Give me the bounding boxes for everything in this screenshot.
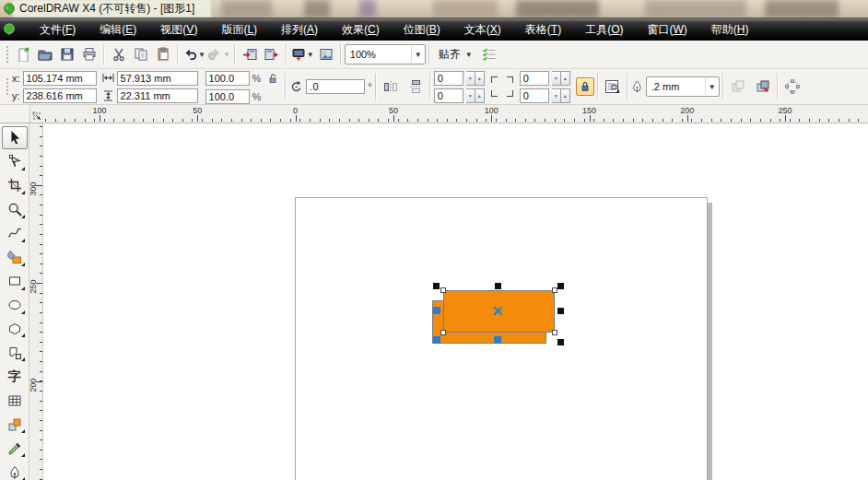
menu-item-layout[interactable]: 版面(L): [209, 18, 269, 41]
paste-button[interactable]: [152, 42, 174, 66]
ruler-origin-icon[interactable]: [30, 105, 43, 123]
basic-shapes-tool[interactable]: [2, 341, 28, 364]
menu-item-arrange[interactable]: 排列(A): [269, 18, 330, 41]
scale-v-input[interactable]: 100.0: [205, 89, 250, 104]
rectangle-tool[interactable]: [2, 270, 28, 293]
title-bar[interactable]: CorelDRAW X4 (不可转售) - [图形1]: [0, 0, 868, 18]
corner-radius-bottom-left-input[interactable]: 0: [434, 88, 463, 103]
horizontal-ruler[interactable]: 10050050100150200250: [43, 105, 868, 123]
text-wrap-button[interactable]: [602, 76, 624, 98]
mirror-horizontal-button[interactable]: [380, 76, 402, 98]
eyedropper-tool[interactable]: [2, 437, 28, 460]
new-document-button[interactable]: [12, 42, 34, 66]
hruler-label: 100: [92, 106, 106, 115]
hruler-label: 50: [193, 106, 202, 115]
scale-lock-button[interactable]: [264, 70, 282, 87]
bring-to-front-button[interactable]: [727, 76, 749, 98]
round-corners-together-lock-button[interactable]: [576, 77, 594, 96]
menu-item-bitmaps[interactable]: 位图(B): [392, 18, 452, 41]
percent-label: %: [252, 73, 262, 84]
separator: [103, 44, 105, 64]
toolbar-grip[interactable]: [5, 76, 9, 97]
menu-item-tools[interactable]: 工具(O): [573, 18, 635, 41]
corner-spinner[interactable]: ▼▲: [552, 71, 570, 86]
chevron-down-icon[interactable]: ▼: [198, 51, 205, 59]
menu-item-text[interactable]: 文本(X): [452, 18, 513, 41]
selection-handle-blue[interactable]: [494, 336, 501, 344]
selection-center-mark[interactable]: [493, 306, 503, 316]
chevron-down-icon[interactable]: ▼: [307, 51, 314, 59]
mirror-vertical-button[interactable]: [405, 76, 427, 98]
blend-tool-icon: [7, 417, 22, 432]
vertical-ruler[interactable]: 300250200: [29, 123, 43, 480]
menu-item-help[interactable]: 帮助(H): [699, 18, 761, 41]
print-button[interactable]: [78, 42, 100, 66]
selection-handle-blue[interactable]: [433, 336, 440, 344]
menu-item-effects[interactable]: 效果(C): [330, 18, 392, 41]
cut-button[interactable]: [108, 42, 130, 66]
corner-radius-bottom-right-input[interactable]: 0: [520, 88, 549, 103]
corner-spinner[interactable]: ▼▲: [466, 88, 485, 103]
corner-radius-top-left-input[interactable]: 0: [434, 71, 463, 86]
toolbar-grip[interactable]: [5, 44, 9, 64]
corner-spinner[interactable]: ▼▲: [466, 71, 485, 86]
object-height-input[interactable]: 22.311 mm: [117, 88, 198, 103]
redo-button[interactable]: ▼: [206, 42, 231, 66]
selection-handle-black[interactable]: [495, 283, 501, 289]
open-button[interactable]: [34, 42, 56, 66]
selection-handle-black[interactable]: [433, 283, 440, 289]
snap-to-button[interactable]: 贴齐▼: [433, 44, 478, 65]
corner-spinner[interactable]: ▼▲: [552, 88, 570, 103]
export-button[interactable]: [261, 42, 283, 66]
chevron-down-icon[interactable]: ▼: [705, 78, 719, 95]
outline-pen-tool[interactable]: [2, 461, 28, 480]
convert-to-curves-button[interactable]: [781, 76, 803, 98]
selection-handle-black[interactable]: [557, 283, 564, 289]
x-position-input[interactable]: 105.174 mm: [23, 71, 97, 86]
menu-item-view[interactable]: 视图(V): [148, 18, 209, 41]
menu-item-edit[interactable]: 编辑(E): [88, 18, 148, 41]
pick-tool[interactable]: [2, 126, 28, 149]
selection-handle-black[interactable]: [557, 308, 564, 314]
document-icon[interactable]: [3, 23, 16, 36]
corner-node[interactable]: [552, 330, 557, 335]
rotation-angle-input[interactable]: .0: [306, 79, 365, 94]
options-button[interactable]: [478, 42, 500, 66]
corner-node[interactable]: [440, 330, 446, 335]
corner-node[interactable]: [552, 287, 557, 293]
table-tool[interactable]: [2, 389, 28, 412]
shape-tool[interactable]: [2, 150, 28, 173]
drawing-canvas[interactable]: [43, 123, 868, 480]
corner-node[interactable]: [440, 287, 446, 293]
menu-item-file[interactable]: 文件(F): [28, 18, 88, 41]
smart-fill-tool[interactable]: [2, 246, 28, 269]
polygon-tool[interactable]: [2, 318, 28, 341]
vruler-label: 300: [29, 181, 38, 195]
blend-tool[interactable]: [2, 413, 28, 436]
outline-width-combo[interactable]: .2 mm ▼: [646, 76, 720, 97]
send-to-back-button[interactable]: [752, 76, 774, 98]
import-button[interactable]: [239, 42, 261, 66]
selection-handle-black[interactable]: [557, 339, 564, 345]
undo-button[interactable]: ▼: [182, 42, 206, 66]
chevron-down-icon[interactable]: ▼: [223, 51, 230, 59]
y-position-input[interactable]: 238.616 mm: [23, 88, 97, 103]
chevron-down-icon[interactable]: ▼: [411, 46, 425, 63]
crop-tool[interactable]: [2, 174, 28, 197]
scale-h-input[interactable]: 100.0: [205, 71, 250, 86]
application-launcher-button[interactable]: ▼: [290, 42, 315, 66]
zoom-tool[interactable]: [2, 198, 28, 221]
ellipse-tool[interactable]: [2, 294, 28, 317]
copy-button[interactable]: [130, 42, 152, 66]
welcome-screen-button[interactable]: [315, 42, 337, 66]
menu-item-window[interactable]: 窗口(W): [635, 18, 698, 41]
text-tool[interactable]: 字: [2, 365, 28, 388]
object-width-input[interactable]: 57.913 mm: [117, 71, 198, 86]
chevron-down-icon[interactable]: ▼: [465, 51, 473, 59]
zoom-level-combo[interactable]: 100%▼: [345, 44, 426, 64]
selection-handle-blue[interactable]: [433, 307, 440, 314]
menu-item-table[interactable]: 表格(T): [513, 18, 573, 41]
save-button[interactable]: [56, 42, 78, 66]
freehand-tool[interactable]: [2, 222, 28, 245]
corner-radius-top-right-input[interactable]: 0: [520, 71, 549, 86]
